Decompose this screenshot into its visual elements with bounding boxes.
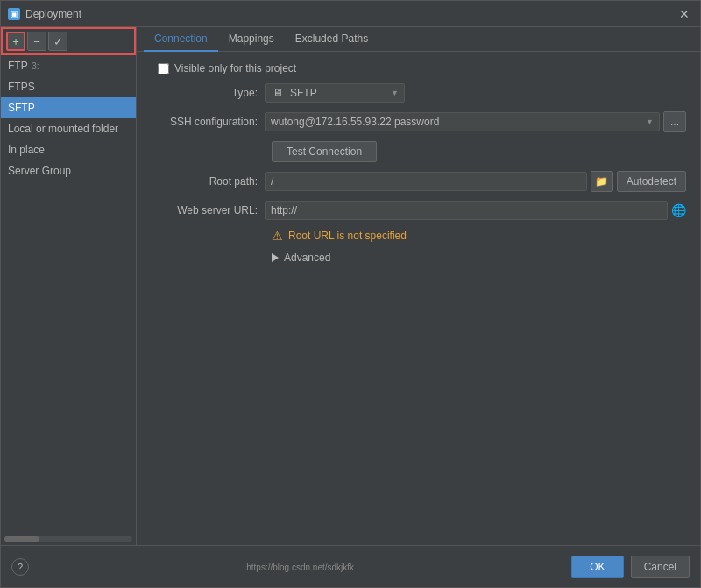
advanced-expand-icon	[272, 253, 279, 262]
sidebar-scroll-area	[1, 301, 136, 546]
folder-icon: 📁	[595, 175, 608, 188]
advanced-row[interactable]: Advanced	[151, 251, 686, 264]
dialog-footer: ? https://blog.csdn.net/sdkjkfk OK Cance…	[1, 545, 700, 587]
type-icon: 🖥	[273, 87, 283, 99]
deployment-icon: ▣	[8, 8, 20, 20]
ssh-dropdown-arrow: ▼	[646, 117, 654, 126]
deployment-dialog: ▣ Deployment ✕ + − ✓ FTP FTPS SFTP	[0, 0, 701, 588]
remove-button[interactable]: −	[27, 32, 46, 51]
sidebar-item-servergroup[interactable]: Server Group	[1, 160, 136, 181]
type-value: SFTP	[290, 87, 317, 99]
sidebar: + − ✓ FTP FTPS SFTP Local or mounted fol…	[1, 27, 137, 545]
sidebar-item-sftp[interactable]: SFTP	[1, 97, 136, 118]
visible-only-row: Visible only for this project	[151, 62, 686, 74]
type-row: Type: 🖥 SFTP ▼	[151, 83, 686, 103]
visible-only-label: Visible only for this project	[174, 62, 296, 74]
url-info: https://blog.csdn.net/sdkjkfk	[246, 563, 354, 572]
visible-only-checkbox[interactable]	[158, 63, 169, 74]
close-button[interactable]: ✕	[676, 5, 693, 23]
tab-connection[interactable]: Connection	[144, 27, 218, 52]
tab-mappings[interactable]: Mappings	[218, 27, 285, 52]
sidebar-toolbar: + − ✓	[1, 27, 136, 55]
sidebar-items: FTP FTPS SFTP Local or mounted folder In…	[1, 55, 136, 301]
type-label: Type:	[151, 87, 265, 99]
sidebar-item-local[interactable]: Local or mounted folder	[1, 118, 136, 139]
warning-text: Root URL is not specified	[288, 230, 407, 242]
cancel-button[interactable]: Cancel	[631, 556, 690, 578]
ssh-row: SSH configuration: wutong@172.16.55.93.2…	[151, 111, 686, 132]
sidebar-item-ftp[interactable]: FTP	[1, 55, 136, 76]
tab-bar: Connection Mappings Excluded Paths	[137, 27, 700, 52]
title-bar: ▣ Deployment ✕	[1, 1, 700, 27]
sidebar-item-inplace[interactable]: In place	[1, 139, 136, 160]
globe-icon: 🌐	[671, 203, 686, 217]
web-url-input[interactable]	[265, 201, 668, 220]
tab-excluded-paths[interactable]: Excluded Paths	[285, 27, 379, 52]
help-button[interactable]: ?	[11, 558, 29, 576]
add-button[interactable]: +	[6, 32, 25, 51]
root-path-input[interactable]	[265, 172, 587, 191]
ssh-select[interactable]: wutong@172.16.55.93.22 password ▼	[265, 112, 660, 131]
web-url-controls: 🌐	[265, 201, 686, 220]
type-select-wrapper: 🖥 SFTP ▼	[265, 83, 405, 103]
footer-right: OK Cancel	[571, 556, 690, 578]
ok-button[interactable]: OK	[571, 556, 623, 578]
panel-content: Visible only for this project Type: 🖥 SF…	[137, 52, 700, 545]
warning-row: ⚠ Root URL is not specified	[151, 229, 686, 243]
warning-icon: ⚠	[272, 229, 283, 243]
test-connection-row: Test Connection	[151, 141, 686, 162]
test-connection-button[interactable]: Test Connection	[272, 141, 377, 162]
web-url-row: Web server URL: 🌐	[151, 201, 686, 220]
ssh-dots-button[interactable]: ...	[663, 111, 686, 132]
sidebar-item-ftps[interactable]: FTPS	[1, 76, 136, 97]
ssh-label: SSH configuration:	[151, 116, 265, 128]
root-path-row: Root path: 📁 Autodetect	[151, 171, 686, 192]
folder-browse-button[interactable]: 📁	[591, 171, 613, 192]
autodetect-button[interactable]: Autodetect	[617, 171, 686, 192]
dialog-content: + − ✓ FTP FTPS SFTP Local or mounted fol…	[1, 27, 700, 545]
sidebar-scrollbar-thumb[interactable]	[4, 536, 39, 542]
type-dropdown-arrow: ▼	[391, 89, 399, 97]
sidebar-scrollbar-track[interactable]	[4, 536, 132, 542]
check-button[interactable]: ✓	[48, 32, 67, 51]
dialog-title: Deployment	[25, 8, 81, 20]
ssh-value: wutong@172.16.55.93.22 password	[271, 116, 439, 128]
advanced-label: Advanced	[284, 251, 330, 264]
web-url-label: Web server URL:	[151, 204, 265, 216]
root-path-label: Root path:	[151, 175, 265, 188]
footer-center: https://blog.csdn.net/sdkjkfk	[246, 561, 354, 573]
main-panel: Connection Mappings Excluded Paths Visib…	[137, 27, 700, 545]
type-dropdown[interactable]: 🖥 SFTP ▼	[265, 83, 405, 103]
root-path-controls: 📁 Autodetect	[265, 171, 686, 192]
ssh-select-area: wutong@172.16.55.93.22 password ▼ ...	[265, 111, 686, 132]
footer-left: ?	[11, 558, 29, 576]
title-bar-left: ▣ Deployment	[8, 8, 81, 20]
